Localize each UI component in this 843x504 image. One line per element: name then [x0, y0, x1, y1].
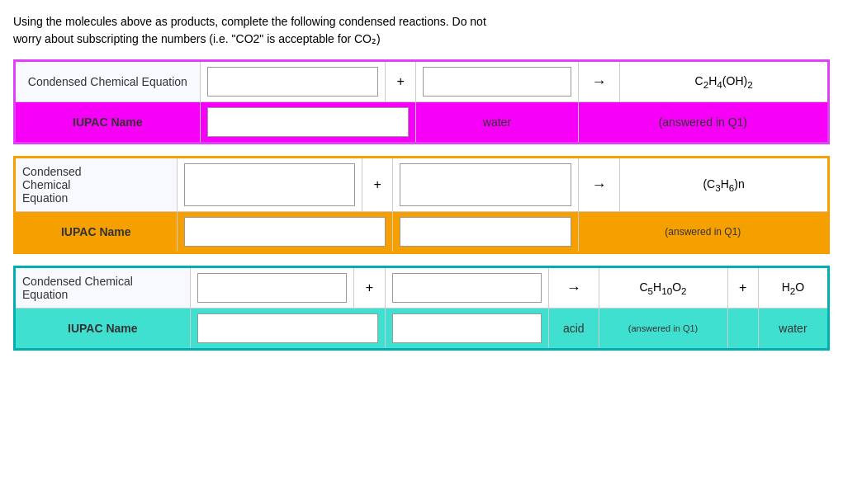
answered-cell-3: (answered in Q1) — [599, 309, 727, 350]
iupac-label-3: IUPAC Name — [15, 309, 191, 350]
eq-row-2: CondensedChemicalEquation + → (C3H6)n — [15, 158, 829, 212]
iupac-input-cell-1a[interactable] — [200, 102, 416, 144]
eq-row-3: Condensed ChemicalEquation + → C5H10O2 +… — [15, 267, 829, 309]
iupac-input-3a[interactable] — [197, 313, 378, 343]
iupac-label-1: IUPAC Name — [15, 102, 201, 144]
acid-cell-3: acid — [549, 309, 599, 350]
plus-3: + — [354, 267, 385, 309]
plus-3b: + — [727, 267, 758, 309]
eq-label-3: Condensed ChemicalEquation — [15, 267, 191, 309]
iupac-input-2b[interactable] — [400, 217, 571, 247]
eq-input-3b[interactable] — [392, 273, 542, 303]
eq-row-1: Condensed Chemical Equation + → C2H4(OH)… — [15, 61, 829, 102]
plus-1: + — [386, 61, 416, 102]
reaction-table-2: CondensedChemicalEquation + → (C3H6)n IU… — [13, 156, 830, 254]
arrow-3: → — [549, 267, 599, 309]
iupac-input-cell-2b[interactable] — [393, 212, 579, 253]
eq-label-2: CondensedChemicalEquation — [15, 158, 178, 212]
iupac-input-2a[interactable] — [184, 217, 386, 247]
product-1: C2H4(OH)2 — [620, 61, 829, 102]
iupac-row-2: IUPAC Name (answered in Q1) — [15, 212, 829, 253]
eq-input-2b[interactable] — [400, 163, 571, 206]
iupac-input-3b[interactable] — [392, 313, 542, 343]
water-cell-1: water — [416, 102, 579, 144]
instructions-line2: worry about subscripting the numbers (i.… — [13, 32, 381, 45]
iupac-row-3: IUPAC Name acid (answered in Q1) water — [15, 309, 829, 350]
eq-label-1: Condensed Chemical Equation — [15, 61, 201, 102]
input-cell-1b[interactable] — [416, 61, 579, 102]
answered-cell-2: (answered in Q1) — [578, 212, 828, 253]
reaction-table-1: Condensed Chemical Equation + → C2H4(OH)… — [13, 59, 830, 144]
eq-input-1b[interactable] — [423, 67, 571, 97]
instructions: Using the molecules above as products, c… — [13, 13, 830, 48]
input-cell-3b[interactable] — [385, 267, 549, 309]
input-cell-1a[interactable] — [200, 61, 386, 102]
iupac-input-1a[interactable] — [207, 107, 410, 137]
reaction-table-3: Condensed ChemicalEquation + → C5H10O2 +… — [13, 266, 830, 351]
product-3b: H2O — [758, 267, 828, 309]
input-cell-3a[interactable] — [190, 267, 354, 309]
input-cell-2b[interactable] — [393, 158, 579, 212]
product-2: (C3H6)n — [620, 158, 829, 212]
water-iupac-3: water — [758, 309, 828, 350]
iupac-input-cell-3a[interactable] — [190, 309, 385, 350]
iupac-label-2: IUPAC Name — [15, 212, 178, 253]
eq-input-1a[interactable] — [207, 67, 379, 97]
product-3a: C5H10O2 — [599, 267, 727, 309]
plus-2: + — [362, 158, 393, 212]
plus-iupac-3 — [727, 309, 758, 350]
eq-input-2a[interactable] — [184, 163, 356, 206]
iupac-input-cell-3b[interactable] — [385, 309, 549, 350]
eq-input-3a[interactable] — [197, 273, 348, 303]
answered-cell-1: (answered in Q1) — [578, 102, 828, 144]
arrow-2: → — [578, 158, 620, 212]
iupac-row-1: IUPAC Name water (answered in Q1) — [15, 102, 829, 144]
instructions-line1: Using the molecules above as products, c… — [13, 15, 486, 28]
iupac-input-cell-2a[interactable] — [177, 212, 393, 253]
arrow-1: → — [578, 61, 620, 102]
input-cell-2a[interactable] — [177, 158, 362, 212]
